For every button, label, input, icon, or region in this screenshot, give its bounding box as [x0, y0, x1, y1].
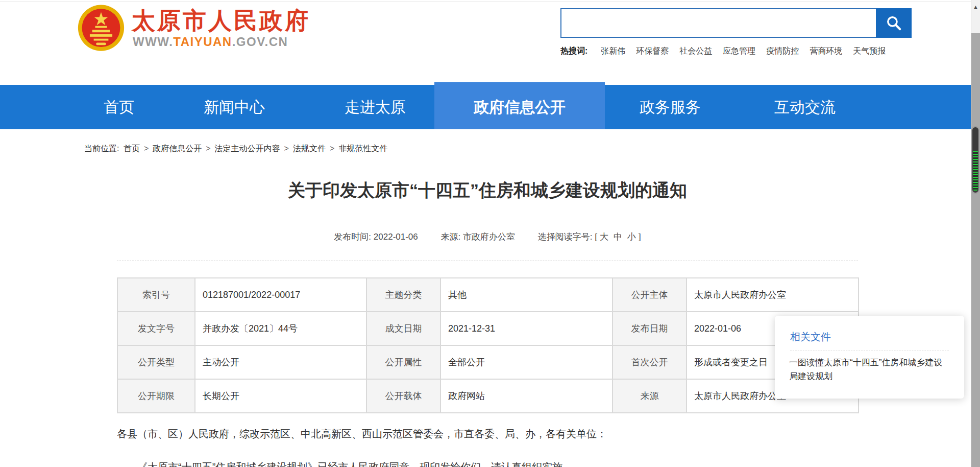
table-label-首次公开: 首次公开	[612, 345, 687, 379]
table-value-公开期限: 长期公开	[195, 379, 366, 413]
table-label-公开载体: 公开载体	[366, 379, 440, 413]
table-label-公开期限: 公开期限	[117, 379, 195, 413]
table-value-公开属性: 全部公开	[440, 345, 612, 379]
table-value-发文字号: 并政办发〔2021〕44号	[195, 312, 366, 345]
bracket-close: ]	[639, 232, 641, 242]
scrollbar-thumb-stripes	[973, 151, 978, 191]
table-value-公开载体: 政府网站	[440, 379, 612, 413]
scrollbar-thumb[interactable]	[971, 126, 979, 194]
breadcrumb-item-2[interactable]: 政府信息公开	[153, 144, 202, 153]
source-value: 市政府办公室	[463, 232, 515, 242]
site-url-suffix: .GOV.CN	[232, 35, 288, 49]
table-label-索引号: 索引号	[117, 278, 195, 312]
font-size-option-3[interactable]: 小	[627, 232, 636, 242]
hot-search-row: 热搜词: 张新伟环保督察社会公益应急管理疫情防控营商环境天气预报	[560, 46, 948, 57]
table-value-公开主体: 太原市人民政府办公室	[687, 278, 859, 312]
related-files-panel: 相关文件 一图读懂太原市“十四五”住房和城乡建设局建设规划	[775, 316, 964, 399]
nav-item-1[interactable]: 首页	[104, 97, 134, 118]
site-url-domain: TAIYUAN	[173, 35, 232, 49]
table-row-1: 索引号012187001/2022-00017主题分类其他公开主体太原市人民政府…	[117, 278, 859, 312]
nav-item-4[interactable]: 政府信息公开	[474, 97, 566, 118]
table-label-成文日期: 成文日期	[366, 312, 440, 345]
hot-keyword-2[interactable]: 环保督察	[636, 46, 669, 55]
breadcrumb-item-4[interactable]: 法规文件	[293, 144, 326, 153]
search-icon	[884, 13, 903, 33]
nav-item-3[interactable]: 走进太原	[345, 97, 406, 118]
body-paragraph-recipients: 各县（市、区）人民政府，综改示范区、中北高新区、西山示范区管委会，市直各委、局、…	[117, 427, 607, 441]
related-files-title: 相关文件	[790, 330, 949, 344]
nav-item-2[interactable]: 新闻中心	[204, 97, 265, 118]
breadcrumb-item-3[interactable]: 法定主动公开内容	[215, 144, 280, 153]
panel-divider	[790, 350, 949, 351]
site-url: WWW.TAIYUAN.GOV.CN	[133, 35, 288, 49]
hot-keyword-7[interactable]: 天气预报	[853, 46, 886, 55]
table-label-来源: 来源	[612, 379, 687, 413]
scrollbar-track[interactable]	[971, 33, 980, 467]
table-label-公开属性: 公开属性	[366, 345, 440, 379]
breadcrumb-label: 当前位置:	[84, 144, 119, 153]
page-root: 太原市人民政府 WWW.TAIYUAN.GOV.CN 热搜词: 张新伟环保督察社…	[0, 0, 980, 467]
hot-search-label: 热搜词:	[560, 46, 587, 57]
hot-keyword-4[interactable]: 应急管理	[723, 46, 755, 55]
hot-keyword-1[interactable]: 张新伟	[601, 46, 625, 55]
table-value-主题分类: 其他	[440, 278, 612, 312]
hot-keyword-3[interactable]: 社会公益	[679, 46, 712, 55]
breadcrumb-separator: >	[330, 144, 334, 153]
table-row-4: 公开期限长期公开公开载体政府网站来源太原市人民政府办公室	[117, 379, 859, 413]
site-url-prefix: WWW.	[133, 35, 173, 49]
breadcrumb-item-1[interactable]: 首页	[124, 144, 140, 153]
font-size-option-1[interactable]: 大	[600, 232, 608, 242]
table-value-成文日期: 2021-12-31	[440, 312, 612, 345]
search-input[interactable]	[561, 9, 876, 37]
scrollbar: ▲	[971, 0, 980, 467]
source-label: 来源:	[441, 232, 463, 242]
font-size-label: 选择阅读字号:	[538, 232, 595, 242]
china-national-emblem-icon	[77, 4, 126, 54]
breadcrumb-separator: >	[284, 144, 289, 153]
related-file-link-1[interactable]: 一图读懂太原市“十四五”住房和城乡建设局建设规划	[789, 356, 950, 383]
publish-time-value: 2022-01-06	[374, 232, 418, 242]
breadcrumb-separator: >	[206, 144, 210, 153]
table-label-公开主体: 公开主体	[612, 278, 687, 312]
table-value-索引号: 012187001/2022-00017	[195, 278, 366, 312]
table-label-主题分类: 主题分类	[366, 278, 440, 312]
hot-search-keywords: 张新伟环保督察社会公益应急管理疫情防控营商环境天气预报	[601, 46, 896, 57]
main-nav: 首页新闻中心走进太原政府信息公开政务服务互动交流	[0, 85, 971, 129]
page-title: 关于印发太原市“十四五”住房和城乡建设规划的通知	[117, 179, 858, 202]
nav-item-5[interactable]: 政务服务	[640, 97, 701, 118]
font-size-option-2[interactable]: 中	[614, 232, 622, 242]
breadcrumb: 当前位置: 首页>政府信息公开>法定主动公开内容>法规文件>非规范性文件	[84, 144, 389, 154]
hot-keyword-6[interactable]: 营商环境	[810, 46, 842, 55]
source: 来源: 市政府办公室	[441, 232, 515, 242]
table-value-公开类型: 主动公开	[195, 345, 366, 379]
article-meta: 发布时间: 2022-01-06 来源: 市政府办公室 选择阅读字号: [大中小…	[117, 231, 858, 243]
search-box	[560, 8, 877, 38]
top-divider	[0, 2, 971, 2]
dashed-divider	[117, 261, 858, 261]
table-label-发文字号: 发文字号	[117, 312, 195, 345]
body-paragraph-notice: 《太原市“十四五”住房和城乡建设规划》已经市人民政府同意，现印发给你们，请认真组…	[137, 460, 573, 467]
hot-keyword-5[interactable]: 疫情防控	[766, 46, 799, 55]
breadcrumb-separator: >	[144, 144, 149, 153]
publish-time: 发布时间: 2022-01-06	[334, 232, 418, 242]
scrollbar-up-arrow-icon[interactable]: ▲	[971, 0, 980, 14]
font-size-selector: 选择阅读字号: [大中小]	[538, 232, 641, 242]
table-row-3: 公开类型主动公开公开属性全部公开首次公开形成或者变更之日	[117, 345, 859, 379]
nav-item-6[interactable]: 互动交流	[774, 97, 836, 118]
table-label-公开类型: 公开类型	[117, 345, 195, 379]
table-row-2: 发文字号并政办发〔2021〕44号成文日期2021-12-31发布日期2022-…	[117, 312, 859, 345]
publish-time-label: 发布时间:	[334, 232, 373, 242]
search-button[interactable]	[876, 8, 912, 38]
document-info-table: 索引号012187001/2022-00017主题分类其他公开主体太原市人民政府…	[117, 277, 859, 413]
breadcrumb-item-5[interactable]: 非规范性文件	[338, 144, 387, 153]
table-label-发布日期: 发布日期	[612, 312, 687, 345]
site-title: 太原市人民政府	[132, 5, 310, 37]
